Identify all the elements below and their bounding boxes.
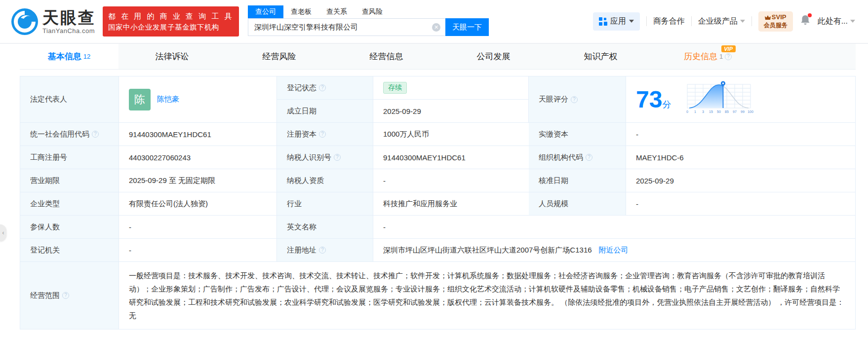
svip-label: SVIP [772,13,787,22]
label-company-type: 企业类型 [20,192,119,216]
svg-text:50: 50 [717,110,721,113]
business-scope-cell: 一般经营项目是：技术服务、技术开发、技术咨询、技术交流、技术转让、技术推广；软件… [119,262,855,329]
apps-label: 应用 [610,16,626,27]
label-business-scope: 经营范围? [20,262,119,329]
label-taxpayer-quality: 纳税人资质 [277,169,373,192]
label-registration-status: 登记状态? [277,76,373,100]
legal-representative-link[interactable]: 陈恺豪 [157,95,179,104]
tab-business-info[interactable]: 经营信息 [333,44,440,69]
label-english-name: 英文名称 [277,216,373,239]
label-credit-code: 统一社会信用代码? [20,123,119,146]
nav-enterprise-products[interactable]: 企业级产品 [698,16,745,27]
industry-cell: 科技推广和应用服务业 [373,192,529,216]
svg-text:1: 1 [694,110,696,113]
paid-capital-cell: - [626,123,855,146]
help-icon[interactable]: ? [586,154,592,161]
help-icon[interactable]: ? [62,292,69,299]
help-icon[interactable]: ? [319,131,326,138]
establish-date-cell: 2025-09-29 [373,100,529,123]
company-basic-info-table: 法定代表人 陈 陈恺豪 登记状态? 存续 天眼评分? 73分 [20,76,856,329]
user-account-menu[interactable]: 此处有... [818,16,855,27]
sidebar-collapse-handle[interactable]: ‹ [0,224,6,241]
business-scope-text: 一般经营项目是：技术服务、技术开发、技术咨询、技术交流、技术转让、技术推广；软件… [129,269,845,322]
crown-icon [765,15,771,20]
taxpayer-id-cell: 91440300MAEY1HDC61 [373,146,529,169]
approval-date-cell: 2025-09-29 [626,169,855,192]
label-paid-capital: 实缴资本 [529,123,626,146]
brand-name: 天眼查 [42,9,96,26]
label-legal-representative: 法定代表人 [20,76,119,123]
svg-text:97: 97 [733,110,737,113]
insured-count-cell: - [119,216,277,239]
label-insured-count: 参保人数 [20,216,119,239]
help-icon[interactable]: ? [92,131,99,138]
label-organization-code: 组织机构代码? [529,146,626,169]
label-tianyan-score: 天眼评分? [529,76,626,123]
registration-number-cell: 440300227060243 [119,146,277,169]
label-registration-authority: 登记机关 [20,239,119,262]
tab-legal-proceedings[interactable]: 法律诉讼 [118,44,226,69]
search-tab-relation[interactable]: 查关系 [319,5,355,18]
label-business-term: 营业期限 [20,169,119,192]
nearby-companies-link[interactable]: 附近公司 [599,246,629,255]
nav-business-cooperation[interactable]: 商务合作 [653,16,685,27]
chevron-down-icon [740,20,745,23]
search-tab-boss[interactable]: 查老板 [283,5,319,18]
notification-dot [808,13,812,17]
english-name-cell: - [373,216,855,239]
credit-code-cell: 91440300MAEY1HDC61 [119,123,277,146]
notifications-button[interactable] [800,15,810,28]
label-taxpayer-id: 纳税人识别号? [277,146,373,169]
help-icon[interactable]: ? [725,53,732,60]
brand-domain: TianYanCha.com [42,28,96,34]
tab-count: 1 [719,53,723,60]
staff-size-cell: - [626,192,855,216]
search-input[interactable] [254,23,432,32]
score-value: 73 [636,86,662,112]
search-input-box: ✕ [248,18,445,36]
help-icon[interactable]: ? [319,84,326,91]
registration-status-cell: 存续 [373,76,529,100]
status-badge: 存续 [383,82,407,94]
help-icon[interactable]: ? [334,154,341,161]
score-axis-ticks: 013 155085 9799100 [686,110,753,113]
svip-membership-button[interactable]: SVIP 会员服务 [758,11,793,31]
taxpayer-quality-cell: - [373,169,529,192]
tab-label: 历史信息 [684,51,717,62]
vip-badge: VIP [721,45,736,52]
search-tabs: 查公司 查老板 查关系 查风险 [248,5,489,18]
chevron-down-icon [629,20,634,23]
label-establish-date: 成立日期 [277,100,373,123]
divider [691,16,692,26]
clear-search-icon[interactable]: ✕ [432,23,440,32]
score-unit: 分 [662,100,671,109]
apps-menu[interactable]: 应用 [593,12,640,31]
tianyancha-logo[interactable]: 天眼查 TianYanCha.com [11,8,96,36]
search-button[interactable]: 天眼一下 [445,18,489,36]
search-tab-company[interactable]: 查公司 [248,5,283,18]
user-name: 此处有... [818,16,848,27]
tab-company-development[interactable]: 公司发展 [440,44,547,69]
registration-authority-cell: - [119,239,277,262]
tab-history-info[interactable]: VIP 历史信息 1 ? [654,44,761,69]
help-icon[interactable]: ? [319,247,326,254]
brand-slogan-badge: 都 在 用 的 商 业 查 询 工 具 国家中小企业发展子基金旗下机构 [103,6,239,37]
site-header: 天眼查 TianYanCha.com 都 在 用 的 商 业 查 询 工 具 国… [0,0,868,43]
svip-sublabel: 会员服务 [764,22,788,30]
tab-operational-risk[interactable]: 经营风险 [226,44,333,69]
tab-intellectual-property[interactable]: 知识产权 [547,44,654,69]
legal-representative-cell: 陈 陈恺豪 [119,76,277,123]
search-tab-risk[interactable]: 查风险 [355,5,390,18]
help-icon[interactable]: ? [571,96,578,103]
divider [646,16,647,26]
label-registration-number: 工商注册号 [20,146,119,169]
tab-basic-info[interactable]: 基本信息 12 [20,44,118,69]
svg-text:15: 15 [709,110,713,113]
tianyan-score-cell[interactable]: 73分 [626,76,855,123]
slogan-line2: 国家中小企业发展子基金旗下机构 [108,22,234,33]
company-type-cell: 有限责任公司(法人独资) [119,192,277,216]
avatar[interactable]: 陈 [129,89,151,110]
svg-text:99: 99 [741,110,745,113]
registered-capital-cell: 1000万人民币 [373,123,529,146]
apps-grid-icon [599,17,607,26]
